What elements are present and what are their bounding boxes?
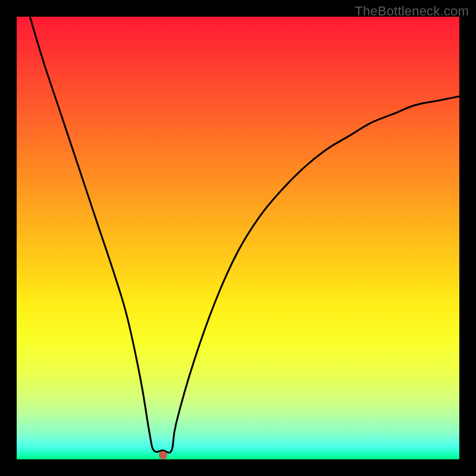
- optimum-marker: [159, 451, 167, 459]
- plot-area: [17, 17, 459, 459]
- watermark: TheBottleneck.com: [355, 4, 469, 19]
- bottleneck-curve: [17, 17, 459, 459]
